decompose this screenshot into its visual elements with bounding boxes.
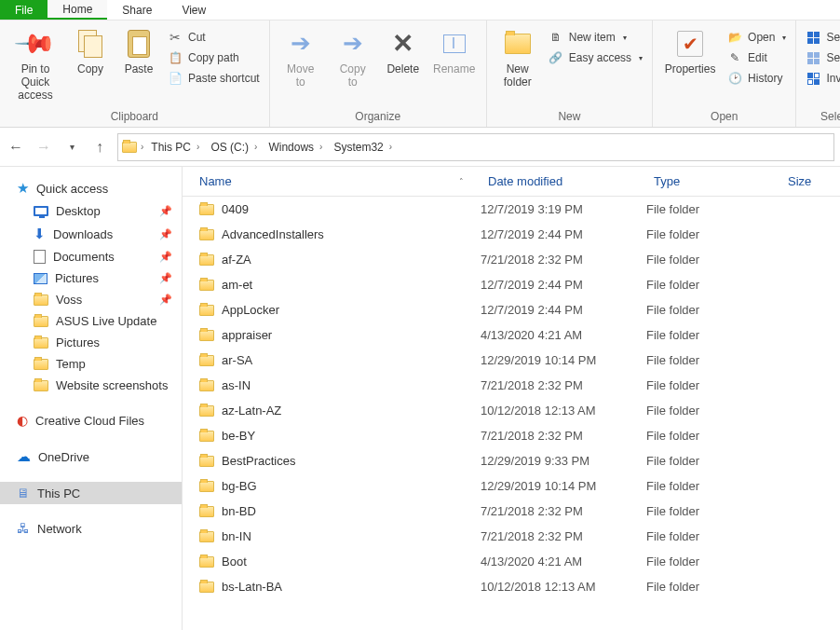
sidebar-creative-cloud[interactable]: ◐ Creative Cloud Files (0, 409, 182, 431)
folder-icon (199, 254, 214, 266)
sidebar-item[interactable]: ASUS Live Update (0, 310, 182, 332)
rename-button[interactable]: Rename (428, 24, 481, 80)
ribbon: 📌 Pin to Quick access Copy Paste ✂ Cut 📋… (0, 21, 840, 128)
pin-icon: 📌 (159, 272, 172, 284)
open-button[interactable]: 📂 Open ▾ (724, 28, 790, 47)
breadcrumb-windows[interactable]: Windows› (264, 141, 326, 154)
pin-quick-access-button[interactable]: 📌 Pin to Quick access (6, 24, 65, 105)
star-icon: ★ (17, 180, 29, 197)
paste-shortcut-icon: 📄 (168, 71, 183, 86)
chevron-down-icon: ▾ (782, 34, 786, 42)
pin-icon: 📌 (159, 251, 172, 263)
edit-button[interactable]: ✎ Edit (724, 48, 790, 67)
table-row[interactable]: bn-BD7/21/2018 2:32 PMFile folder (183, 499, 840, 524)
table-row[interactable]: 040912/7/2019 3:19 PMFile folder (183, 197, 840, 222)
invert-selection-button[interactable]: Invert (802, 69, 840, 88)
sidebar-network[interactable]: 🖧 Network (0, 517, 182, 540)
file-date: 12/7/2019 2:44 PM (481, 227, 646, 241)
folder-icon (34, 359, 48, 370)
properties-button[interactable]: ✔ Properties (658, 24, 722, 80)
table-row[interactable]: BestPractices12/29/2019 9:33 PMFile fold… (183, 448, 840, 473)
easy-access-icon: 🔗 (549, 50, 563, 65)
table-row[interactable]: Boot4/13/2020 4:21 AMFile folder (183, 549, 840, 574)
new-item-icon: 🗎 (549, 30, 563, 45)
column-header-size[interactable]: Size (780, 174, 840, 188)
select-all-button[interactable]: Select (802, 28, 840, 47)
table-row[interactable]: ar-SA12/29/2019 10:14 PMFile folder (183, 348, 840, 373)
folder-icon (199, 204, 214, 215)
address-bar[interactable]: › This PC› OS (C:)› Windows› System32› (117, 133, 834, 161)
cut-button[interactable]: ✂ Cut (164, 28, 264, 47)
folder-icon (34, 316, 48, 327)
folder-icon (199, 531, 214, 542)
sidebar-onedrive[interactable]: ☁ OneDrive (0, 445, 182, 469)
column-header-name[interactable]: Name ˄ (183, 174, 481, 188)
paste-shortcut-button[interactable]: 📄 Paste shortcut (164, 69, 264, 88)
sidebar-item[interactable]: Voss📌 (0, 289, 182, 310)
delete-button[interactable]: ✕ Delete (380, 24, 427, 80)
table-row[interactable]: az-Latn-AZ10/12/2018 12:13 AMFile folder (183, 398, 840, 423)
sidebar-item[interactable]: Pictures📌 (0, 267, 182, 289)
tab-share[interactable]: Share (107, 0, 167, 20)
table-row[interactable]: as-IN7/21/2018 2:32 PMFile folder (183, 373, 840, 398)
sidebar-item[interactable]: ⬇Downloads📌 (0, 222, 182, 246)
paste-button[interactable]: Paste (115, 24, 162, 80)
sidebar-item[interactable]: Temp (0, 353, 182, 375)
sidebar-quick-access[interactable]: ★ Quick access (0, 176, 182, 200)
breadcrumb-system32[interactable]: System32› (330, 141, 396, 154)
properties-icon: ✔ (674, 28, 706, 60)
chevron-right-icon: › (141, 142, 143, 152)
table-row[interactable]: af-ZA7/21/2018 2:32 PMFile folder (183, 247, 840, 272)
chevron-right-icon: › (254, 142, 257, 152)
file-name: AdvancedInstallers (222, 227, 324, 241)
table-row[interactable]: AppLocker12/7/2019 2:44 PMFile folder (183, 297, 840, 322)
table-row[interactable]: be-BY7/21/2018 2:32 PMFile folder (183, 423, 840, 448)
folder-icon (34, 337, 48, 349)
file-date: 7/21/2018 2:32 PM (481, 429, 646, 443)
easy-access-button[interactable]: 🔗 Easy access ▾ (545, 48, 646, 67)
folder-icon (199, 355, 214, 366)
creative-cloud-icon: ◐ (17, 413, 28, 428)
tab-home[interactable]: Home (47, 0, 107, 20)
sidebar-item[interactable]: Pictures (0, 332, 182, 353)
column-header-type[interactable]: Type (646, 174, 780, 188)
select-none-button[interactable]: Select (802, 48, 840, 67)
folder-icon (199, 305, 214, 316)
ribbon-group-clipboard: 📌 Pin to Quick access Copy Paste ✂ Cut 📋… (0, 21, 270, 127)
column-header-date[interactable]: Date modified (481, 174, 646, 188)
folder-icon (199, 330, 214, 341)
copy-path-icon: 📋 (168, 50, 183, 65)
recent-locations-button[interactable]: ▾ (61, 137, 82, 158)
table-row[interactable]: bg-BG12/29/2019 10:14 PMFile folder (183, 473, 840, 499)
file-date: 7/21/2018 2:32 PM (481, 504, 646, 518)
file-date: 4/13/2020 4:21 AM (481, 555, 646, 568)
breadcrumb-drive[interactable]: OS (C:)› (207, 141, 261, 154)
table-row[interactable]: am-et12/7/2019 2:44 PMFile folder (183, 272, 840, 297)
sidebar-item[interactable]: Documents📌 (0, 246, 182, 267)
new-item-button[interactable]: 🗎 New item ▾ (545, 28, 646, 47)
new-folder-icon (502, 28, 534, 60)
sidebar-item[interactable]: Website screenshots (0, 375, 182, 396)
tab-file[interactable]: File (0, 0, 47, 20)
copy-path-button[interactable]: 📋 Copy path (164, 48, 264, 67)
new-folder-button[interactable]: New folder (493, 24, 543, 93)
forward-button[interactable]: → (34, 137, 54, 158)
file-date: 10/12/2018 12:13 AM (481, 580, 646, 594)
file-type: File folder (646, 504, 780, 518)
file-name: af-ZA (222, 253, 251, 267)
move-to-button[interactable]: ➔ Move to (276, 24, 326, 93)
breadcrumb-thispc[interactable]: This PC› (147, 141, 203, 154)
table-row[interactable]: bn-IN7/21/2018 2:32 PMFile folder (183, 524, 840, 549)
menu-tabs: File Home Share View (0, 0, 840, 21)
up-button[interactable]: ↑ (89, 137, 110, 158)
tab-view[interactable]: View (167, 0, 221, 20)
sidebar-item[interactable]: Desktop📌 (0, 200, 182, 222)
table-row[interactable]: appraiser4/13/2020 4:21 AMFile folder (183, 322, 840, 348)
copy-button[interactable]: Copy (67, 24, 114, 80)
history-button[interactable]: 🕑 History (724, 69, 790, 88)
table-row[interactable]: bs-Latn-BA10/12/2018 12:13 AMFile folder (183, 574, 840, 599)
sidebar-this-pc[interactable]: 🖥 This PC (0, 482, 182, 504)
copy-to-button[interactable]: ➔ Copy to (328, 24, 378, 93)
back-button[interactable]: ← (6, 137, 26, 158)
table-row[interactable]: AdvancedInstallers12/7/2019 2:44 PMFile … (183, 222, 840, 247)
